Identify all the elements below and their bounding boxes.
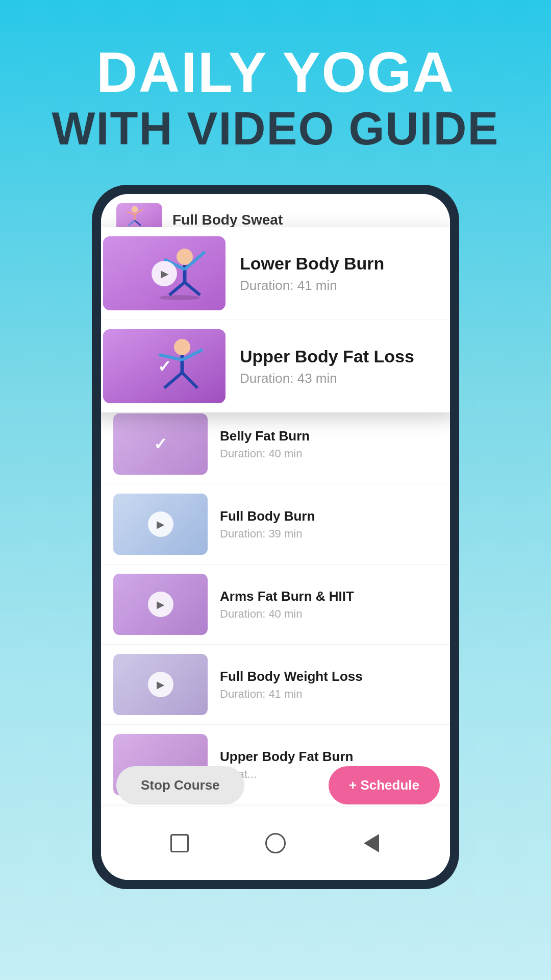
- full-burn-thumbnail: ▶: [113, 494, 208, 555]
- upper-body-thumbnail: ✓: [103, 329, 226, 403]
- phone-screen: Full Body Sweat ✓ Belly Fat Burn Duratio…: [101, 194, 450, 880]
- hero-title: DAILY YOGA WITH VIDEO GUIDE: [52, 41, 499, 154]
- hero-title-line1: DAILY YOGA: [52, 41, 499, 104]
- full-weight-duration: Duration: 41 min: [220, 688, 363, 701]
- lower-body-title: Lower Body Burn: [240, 254, 384, 274]
- list-item[interactable]: ▶ Full Body Burn Duration: 39 min: [101, 484, 450, 565]
- back-triangle-icon: [364, 834, 379, 852]
- arms-duration: Duration: 40 min: [220, 607, 354, 621]
- full-burn-text: Full Body Burn Duration: 39 min: [220, 508, 315, 541]
- svg-point-0: [132, 206, 138, 213]
- full-weight-title: Full Body Weight Loss: [220, 669, 363, 684]
- play-icon[interactable]: ▶: [148, 672, 173, 697]
- svg-line-4: [129, 220, 135, 226]
- schedule-button[interactable]: + Schedule: [329, 766, 440, 804]
- list-item[interactable]: ✓ Belly Fat Burn Duration: 40 min: [101, 404, 450, 484]
- svg-point-15: [174, 339, 190, 355]
- back-nav-button[interactable]: [359, 830, 384, 856]
- square-icon: [170, 834, 189, 852]
- bottom-navigation: [101, 806, 450, 880]
- upper-body-duration: Duration: 43 min: [240, 371, 414, 386]
- page-container: DAILY YOGA WITH VIDEO GUIDE F: [0, 0, 551, 980]
- recent-nav-button[interactable]: [263, 830, 288, 856]
- belly-thumbnail: ✓: [113, 413, 208, 475]
- play-icon[interactable]: ▶: [148, 511, 173, 537]
- popup-item-lower[interactable]: ▶ Lower Body Burn Duration: 41 min: [101, 227, 450, 320]
- belly-title: Belly Fat Burn: [220, 428, 310, 444]
- popup-card: ▶ Lower Body Burn Duration: 41 min: [101, 227, 450, 412]
- popup-item-upper[interactable]: ✓ Upper Body Fat Loss Duration: 43 min: [101, 320, 450, 412]
- list-item[interactable]: ▶ Arms Fat Burn & HIIT Duration: 40 min: [101, 565, 450, 645]
- arms-thumbnail: ▶: [113, 574, 208, 635]
- upper-burn-title: Upper Body Fat Burn: [220, 749, 353, 765]
- lower-body-thumbnail: ▶: [103, 236, 226, 310]
- full-burn-title: Full Body Burn: [220, 508, 315, 524]
- hero-title-line2: WITH VIDEO GUIDE: [52, 104, 499, 154]
- lower-body-text: Lower Body Burn Duration: 41 min: [240, 254, 384, 293]
- list-item[interactable]: ▶ Full Body Weight Loss Duration: 41 min: [101, 645, 450, 725]
- play-icon[interactable]: ▶: [152, 261, 177, 286]
- upper-body-text: Upper Body Fat Loss Duration: 43 min: [240, 347, 414, 386]
- full-burn-duration: Duration: 39 min: [220, 527, 315, 541]
- belly-text: Belly Fat Burn Duration: 40 min: [220, 428, 310, 460]
- partial-title: Full Body Sweat: [172, 212, 283, 228]
- home-nav-button[interactable]: [167, 830, 192, 856]
- upper-body-title: Upper Body Fat Loss: [240, 347, 414, 366]
- belly-duration: Duration: 40 min: [220, 447, 310, 460]
- arms-text: Arms Fat Burn & HIIT Duration: 40 min: [220, 589, 354, 621]
- full-weight-text: Full Body Weight Loss Duration: 41 min: [220, 669, 363, 701]
- check-icon: ✓: [152, 354, 177, 379]
- phone-mockup: Full Body Sweat ✓ Belly Fat Burn Duratio…: [92, 185, 459, 889]
- svg-point-13: [159, 295, 200, 300]
- stop-course-button[interactable]: Stop Course: [116, 766, 244, 804]
- svg-point-7: [177, 249, 193, 265]
- svg-line-5: [135, 220, 141, 226]
- circle-icon: [265, 833, 286, 853]
- lower-body-duration: Duration: 41 min: [240, 278, 384, 293]
- full-weight-thumbnail: ▶: [113, 654, 208, 715]
- arms-title: Arms Fat Burn & HIIT: [220, 589, 354, 604]
- check-icon: ✓: [148, 431, 173, 457]
- play-icon[interactable]: ▶: [148, 592, 173, 617]
- partial-figure-svg: [116, 203, 153, 230]
